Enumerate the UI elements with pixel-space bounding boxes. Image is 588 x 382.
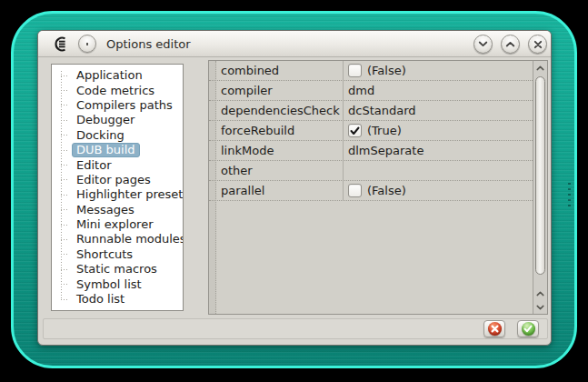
tree-branch-line bbox=[61, 239, 68, 240]
property-value-text: (False) bbox=[367, 184, 406, 197]
property-name[interactable]: forceRebuild bbox=[221, 121, 294, 140]
tree-item[interactable]: Shortcuts bbox=[52, 247, 183, 262]
checkmark-icon bbox=[350, 126, 360, 136]
footer-bar bbox=[43, 318, 548, 339]
tree-branch-line bbox=[61, 269, 68, 270]
property-value-text: dcStandard bbox=[348, 104, 416, 117]
tree-item-label: Todo list bbox=[72, 292, 129, 307]
vertical-scrollbar[interactable] bbox=[533, 61, 547, 314]
scrollbar-thumb[interactable] bbox=[535, 76, 545, 275]
property-name[interactable]: parallel bbox=[221, 181, 264, 200]
property-row: combined (False) bbox=[209, 61, 533, 81]
tree-item-label: Editor bbox=[72, 158, 115, 173]
property-row: forceRebuild (True) bbox=[209, 121, 533, 141]
property-rows: combined (False) compiler dmd bbox=[209, 61, 533, 201]
chevron-down-icon bbox=[478, 41, 488, 47]
tree-item-label: Compilers paths bbox=[72, 98, 177, 113]
tree-item-label: Docking bbox=[72, 128, 129, 143]
tree-branch-line bbox=[61, 150, 68, 151]
scrollbar-track[interactable] bbox=[533, 75, 547, 286]
options-editor-dialog: Options editor Application Code metrics … bbox=[37, 30, 552, 346]
tree-branch-line bbox=[61, 105, 68, 106]
tree-branch-line bbox=[61, 75, 68, 76]
tree-branch-line bbox=[61, 254, 68, 255]
titlebar: Options editor bbox=[38, 31, 551, 57]
tree-item-label: Debugger bbox=[72, 113, 139, 127]
tree-item[interactable]: Compilers paths bbox=[52, 98, 183, 113]
tree-item[interactable]: Docking bbox=[52, 128, 183, 143]
property-value-cell[interactable]: (False) bbox=[343, 181, 533, 200]
tree-item[interactable]: Symbol list bbox=[52, 276, 183, 291]
coedit-logo-icon bbox=[53, 36, 69, 52]
tree-item[interactable]: Debugger bbox=[52, 113, 183, 127]
property-name[interactable]: other bbox=[221, 161, 253, 180]
property-value-cell[interactable]: dmd bbox=[343, 81, 533, 100]
property-value-cell[interactable]: (True) bbox=[343, 121, 533, 140]
tree-branch-line bbox=[61, 135, 68, 136]
property-value-text: dmd bbox=[348, 84, 374, 97]
property-grid: combined (False) compiler dmd bbox=[208, 60, 548, 315]
tree-item[interactable]: Highlighter presets bbox=[52, 187, 183, 202]
tree-item[interactable]: Editor bbox=[52, 157, 183, 172]
tree-branch-line bbox=[61, 299, 68, 300]
close-icon bbox=[533, 40, 543, 49]
tree-item[interactable]: Messages bbox=[52, 203, 183, 217]
tree-item[interactable]: Editor pages bbox=[52, 173, 183, 187]
checkbox[interactable] bbox=[348, 184, 362, 197]
checkbox[interactable] bbox=[348, 124, 362, 137]
scroll-up-icon-bottom[interactable] bbox=[533, 286, 547, 300]
tree-item-label: DUB build bbox=[72, 143, 140, 157]
property-value-cell[interactable]: dcStandard bbox=[343, 101, 533, 120]
window-title: Options editor bbox=[106, 37, 191, 51]
tree-item[interactable]: Mini explorer bbox=[52, 217, 183, 232]
tree-item-label: Mini explorer bbox=[72, 217, 158, 232]
tree-branch-line bbox=[61, 179, 68, 180]
scroll-up-icon[interactable] bbox=[533, 61, 547, 75]
property-value-cell[interactable]: (False) bbox=[343, 61, 533, 80]
tree-item[interactable]: Todo list bbox=[52, 292, 183, 307]
tree-branch-line bbox=[61, 225, 68, 226]
property-row: parallel (False) bbox=[209, 181, 533, 201]
tree-item-label: Runnable modules bbox=[72, 232, 184, 246]
tree-item-label: Editor pages bbox=[72, 173, 155, 187]
accept-green-check-icon bbox=[522, 322, 535, 336]
property-row: dependenciesCheck dcStandard bbox=[209, 101, 533, 121]
tree-item[interactable]: Code metrics bbox=[52, 83, 183, 97]
property-value-text: (True) bbox=[367, 124, 402, 137]
tree-item-label: Messages bbox=[72, 203, 139, 217]
property-name[interactable]: linkMode bbox=[221, 141, 274, 160]
tree-item[interactable]: Application bbox=[52, 68, 183, 83]
property-value-text: (False) bbox=[367, 64, 406, 77]
tree-item[interactable]: Static macros bbox=[52, 262, 183, 276]
property-row: compiler dmd bbox=[209, 81, 533, 101]
property-value-text: dlmSeparate bbox=[348, 144, 424, 157]
property-value-cell[interactable]: dlmSeparate bbox=[343, 141, 533, 160]
property-name[interactable]: compiler bbox=[221, 81, 273, 100]
property-row: other bbox=[209, 161, 533, 181]
checkbox[interactable] bbox=[348, 64, 362, 77]
tree-item-label: Shortcuts bbox=[72, 247, 137, 262]
scroll-down-icon[interactable] bbox=[533, 300, 547, 314]
tree-item-label: Symbol list bbox=[72, 277, 146, 292]
unshade-button[interactable] bbox=[501, 35, 520, 54]
tree-item[interactable]: DUB build bbox=[52, 143, 183, 157]
tree-branch-line bbox=[61, 209, 68, 210]
property-name[interactable]: combined bbox=[221, 61, 279, 80]
tree-branch-line bbox=[61, 284, 68, 285]
shade-button[interactable] bbox=[473, 35, 493, 54]
property-name[interactable]: dependenciesCheck bbox=[221, 101, 340, 120]
category-tree: Application Code metrics Compilers paths… bbox=[51, 64, 184, 311]
tree-branch-line bbox=[61, 120, 68, 121]
cancel-button[interactable] bbox=[483, 320, 505, 337]
window-menu-icon[interactable] bbox=[78, 35, 96, 53]
accept-button[interactable] bbox=[517, 320, 539, 337]
tree-branch-line bbox=[61, 165, 68, 166]
chevron-up-icon bbox=[505, 41, 515, 47]
titlebar-buttons bbox=[473, 35, 547, 54]
cancel-red-cross-icon bbox=[488, 322, 502, 336]
property-value-cell[interactable] bbox=[343, 161, 533, 180]
tree-item[interactable]: Runnable modules bbox=[52, 232, 183, 246]
tree-branch-line bbox=[61, 90, 68, 91]
frame-resize-grip-dots[interactable] bbox=[568, 183, 571, 206]
close-button[interactable] bbox=[528, 35, 547, 54]
